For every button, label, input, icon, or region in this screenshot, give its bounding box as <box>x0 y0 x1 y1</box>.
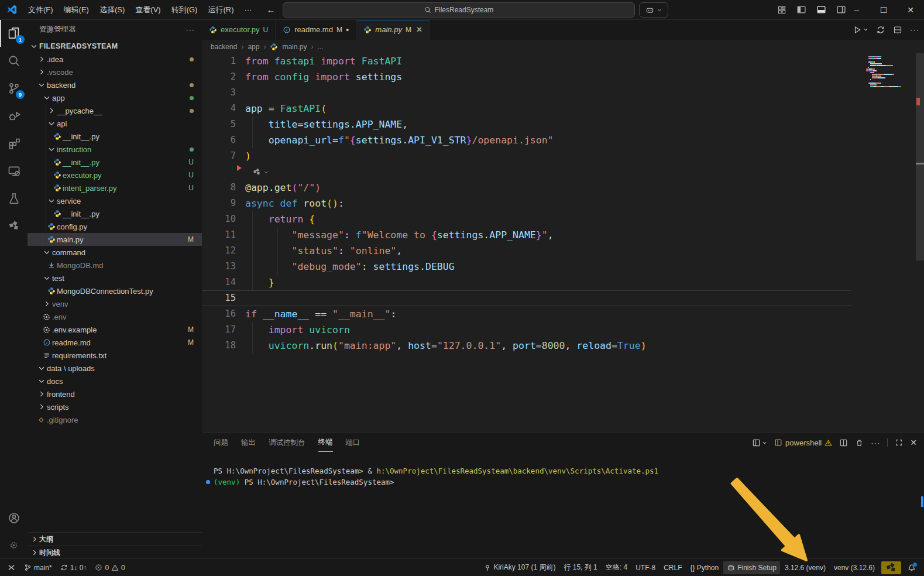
kill-terminal-icon[interactable] <box>855 438 864 447</box>
code-line-13[interactable]: 13 "debug_mode": settings.DEBUG <box>202 259 924 275</box>
status-language-mode[interactable]: {} Python <box>686 561 722 574</box>
code-line-1[interactable]: 1from fastapi import FastAPI <box>202 53 924 69</box>
split-editor-icon[interactable] <box>893 25 902 35</box>
tree-item-readme.md[interactable]: readme.mdM <box>28 336 202 349</box>
code-line-10[interactable]: 10 return { <box>202 211 924 227</box>
tree-item-frontend[interactable]: frontend <box>28 388 202 400</box>
code-line-14[interactable]: 14 } <box>202 275 924 290</box>
tab-readme.md[interactable]: readme.mdM● <box>276 19 356 40</box>
tree-item-__init__.py[interactable]: __init__.pyU <box>28 156 202 169</box>
open-changes-icon[interactable] <box>876 25 885 35</box>
activity-explorer-icon[interactable]: 1 <box>0 19 28 47</box>
tree-root[interactable]: FILESREADSYSTEAM <box>28 40 202 53</box>
tree-item-docs[interactable]: docs <box>28 375 202 388</box>
toggle-primary-sidebar-icon[interactable] <box>796 5 806 15</box>
code-line-12[interactable]: 12 "status": "online", <box>202 243 924 259</box>
menu-item-3[interactable]: 查看(V) <box>130 4 166 16</box>
editor-scrollbar[interactable] <box>916 53 924 260</box>
activity-accounts-icon[interactable] <box>0 504 28 532</box>
status-git-sync[interactable]: 1↓ 0↑ <box>57 561 91 574</box>
sidebar-section-1[interactable]: 时间线 <box>28 546 202 559</box>
panel-tab-4[interactable]: 端口 <box>346 433 360 452</box>
status-indentation[interactable]: 空格: 4 <box>602 561 631 574</box>
toggle-panel-icon[interactable] <box>816 5 826 15</box>
menu-item-4[interactable]: 转到(G) <box>166 4 203 16</box>
tab-main.py[interactable]: main.pyM✕ <box>356 19 430 40</box>
split-terminal-icon[interactable] <box>839 438 848 447</box>
status-eol[interactable]: CRLF <box>660 561 685 574</box>
activity-run-and-debug-icon[interactable] <box>0 102 28 129</box>
code-line-8[interactable]: 8@app.get("/") <box>202 180 924 196</box>
tree-item-executor.py[interactable]: executor.pyU <box>28 169 202 181</box>
panel-tab-0[interactable]: 问题 <box>214 433 228 452</box>
status-notifications[interactable] <box>904 561 919 574</box>
code-line-9[interactable]: 9async def root(): <box>202 196 924 211</box>
status-finish-setup[interactable]: Finish Setup <box>723 561 780 574</box>
activity-search-icon[interactable] <box>0 47 28 74</box>
minimap[interactable] <box>868 56 905 88</box>
tree-item-.gitignore[interactable]: .gitignore <box>28 413 202 426</box>
menu-item-2[interactable]: 选择(S) <box>94 4 130 16</box>
code-line-2[interactable]: 2from config import settings <box>202 69 924 85</box>
code-line-15[interactable]: 15 <box>202 290 924 306</box>
breadcrumb-item-3[interactable]: ... <box>317 43 323 51</box>
activity-ai-extension-icon[interactable] <box>0 212 28 239</box>
panel-more-actions-icon[interactable]: ··· <box>871 438 880 447</box>
status-cursor-position[interactable]: 行 15, 列 1 <box>560 561 600 574</box>
tree-item-__pycache__[interactable]: __pycache__ <box>28 104 202 117</box>
status-python-interpreter[interactable]: 3.12.6 (venv) <box>781 561 829 574</box>
run-python-file-button[interactable] <box>853 25 868 35</box>
breadcrumb-item-0[interactable]: backend <box>211 43 237 51</box>
customize-layout-icon[interactable] <box>777 5 786 15</box>
status-problems[interactable]: 00 <box>91 561 128 574</box>
panel-tab-2[interactable]: 调试控制台 <box>269 433 305 452</box>
tree-item-venv[interactable]: venv <box>28 297 202 310</box>
close-button[interactable]: ✕ <box>897 0 924 19</box>
tree-item-command[interactable]: command <box>28 246 202 259</box>
tree-item-api[interactable]: api <box>28 117 202 130</box>
menu-item-0[interactable]: 文件(F) <box>23 4 59 16</box>
tree-item-config.py[interactable]: config.py <box>28 220 202 233</box>
tree-item-instruction[interactable]: instruction <box>28 143 202 156</box>
activity-settings-icon[interactable] <box>0 532 28 559</box>
tree-item-.env.example[interactable]: .env.exampleM <box>28 323 202 336</box>
terminal-launch-profile-button[interactable] <box>752 438 767 447</box>
tree-item-app[interactable]: app <box>28 91 202 104</box>
command-decoration-dot[interactable] <box>206 480 210 484</box>
code-line-4[interactable]: 4app = FastAPI( <box>202 101 924 116</box>
status-ai-extension-status[interactable] <box>881 561 901 574</box>
code-line-11[interactable]: 11 "message": f"Welcome to {settings.APP… <box>202 227 924 243</box>
tree-item-MongoDB.md[interactable]: MongoDB.md <box>28 259 202 272</box>
menu-item-1[interactable]: 编辑(E) <box>59 4 94 16</box>
maximize-button[interactable]: ☐ <box>870 0 897 19</box>
activity-source-control-icon[interactable]: 9 <box>0 74 28 102</box>
tree-item-datauploads[interactable]: data \ uploads <box>28 362 202 375</box>
activity-extensions-icon[interactable] <box>0 129 28 157</box>
tree-item-__init__.py[interactable]: __init__.py <box>28 207 202 220</box>
back-arrow-icon[interactable]: ← <box>266 5 275 15</box>
code-line-17[interactable]: 17 import uvicorn <box>202 322 924 338</box>
status-virtual-env[interactable]: venv (3.12.6) <box>830 561 878 574</box>
terminal-output[interactable]: PS H:\OwnProject\FilesReadSysteam> & h:\… <box>214 465 918 488</box>
close-icon[interactable]: ✕ <box>416 25 423 34</box>
tab-executor.py[interactable]: executor.pyU <box>202 19 276 40</box>
panel-tab-1[interactable]: 输出 <box>241 433 256 452</box>
minimize-button[interactable]: – <box>843 0 870 19</box>
activity-testing-icon[interactable] <box>0 184 28 212</box>
code-line-18[interactable]: 18 uvicorn.run("main:app", host="127.0.0… <box>202 338 924 354</box>
status-encoding[interactable]: UTF-8 <box>632 561 659 574</box>
status-git-branch[interactable]: main* <box>20 561 56 574</box>
maximize-panel-icon[interactable] <box>895 438 903 447</box>
tree-item-main.py[interactable]: main.pyM <box>28 233 202 246</box>
ai-inline-widget[interactable] <box>252 167 269 177</box>
tree-item-requirements.txt[interactable]: requirements.txt <box>28 349 202 362</box>
tree-item-.idea[interactable]: .idea <box>28 53 202 66</box>
activity-remote-explorer-icon[interactable] <box>0 157 28 184</box>
tree-item-.env[interactable]: .env <box>28 310 202 323</box>
status-commit-author[interactable]: KiriAky 107 (1 周前) <box>480 561 559 574</box>
menu-item-5[interactable]: 运行(R) <box>202 4 239 16</box>
sidebar-section-0[interactable]: 大纲 <box>28 532 202 546</box>
code-line-7[interactable]: 7) <box>202 148 924 164</box>
copilot-menu-button[interactable] <box>639 2 668 18</box>
code-line-5[interactable]: 5 title=settings.APP_NAME, <box>202 116 924 132</box>
